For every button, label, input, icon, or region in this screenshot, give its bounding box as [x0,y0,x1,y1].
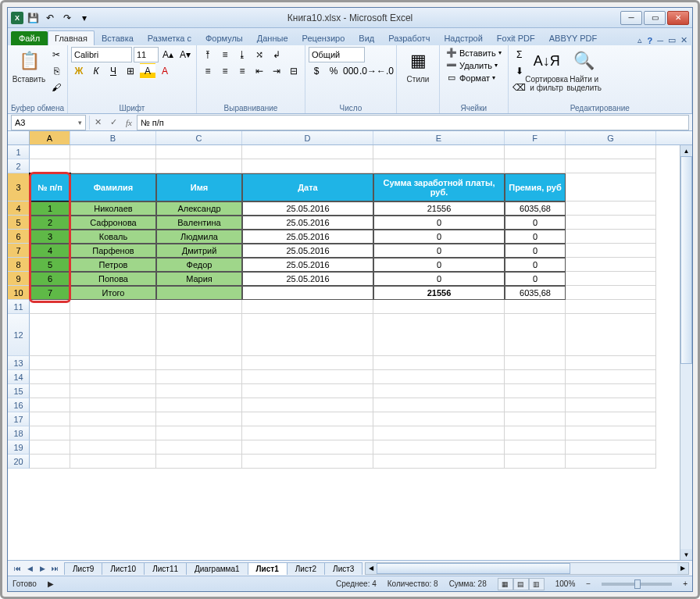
autosum-icon[interactable]: Σ [512,47,527,62]
qat-dropdown-icon[interactable]: ▾ [77,10,92,26]
table-cell[interactable]: 6 [30,272,70,286]
increase-decimal-icon[interactable]: .0→ [360,63,376,79]
doc-restore-icon[interactable]: ▭ [668,35,676,45]
merge-icon[interactable]: ⊟ [286,63,302,79]
table-cell[interactable]: Парфенов [70,244,156,258]
table-cell[interactable]: Сафронова [70,216,156,230]
enter-formula-icon[interactable]: ✓ [105,115,121,130]
sheet-tab[interactable]: Лист10 [102,562,145,575]
row-header[interactable]: 13 [8,356,30,370]
tab-file[interactable]: Файл [11,31,48,45]
delete-cells-button[interactable]: ➖Удалить▾ [443,59,501,71]
row-header[interactable]: 1 [8,145,30,159]
tab-page-layout[interactable]: Разметка с [141,30,198,45]
table-cell[interactable]: 0 [373,244,505,258]
prev-sheet-icon[interactable]: ◀ [23,562,36,575]
table-cell[interactable]: 2 [30,216,70,230]
increase-indent-icon[interactable]: ⇥ [269,63,284,79]
font-size-combo[interactable] [134,47,159,62]
table-cell[interactable]: 6035,68 [505,201,566,216]
percent-icon[interactable]: % [326,63,341,79]
table-cell[interactable]: Попова [70,272,156,286]
sheet-tab-active[interactable]: Лист1 [248,562,288,575]
paste-button[interactable]: 📋 Вставить [11,47,47,85]
align-bottom-icon[interactable]: ⭳ [234,47,250,62]
table-cell[interactable]: Коваль [70,230,156,244]
column-header-b[interactable]: B [70,131,156,144]
table-cell[interactable]: 21556 [373,201,505,216]
row-header[interactable]: 12 [8,314,30,356]
table-cell[interactable]: 4 [30,244,70,258]
font-name-combo[interactable] [71,47,132,62]
align-right-icon[interactable]: ≡ [234,63,250,79]
cell-header-no[interactable]: № п/п [30,173,70,201]
row-header[interactable]: 11 [8,300,30,314]
row-header[interactable]: 8 [8,258,30,272]
table-cell[interactable] [156,286,242,300]
first-sheet-icon[interactable]: ⏮ [11,562,23,575]
row-header[interactable]: 14 [8,370,30,384]
table-cell[interactable]: Александр [156,201,242,216]
sheet-tab[interactable]: Лист9 [64,562,102,575]
table-cell[interactable]: 25.05.2016 [242,258,373,272]
scroll-left-icon[interactable]: ◀ [366,563,377,574]
row-header[interactable]: 7 [8,244,30,258]
increase-font-icon[interactable]: A▴ [160,47,176,62]
cell-header-salary[interactable]: Сумма заработной платы, руб. [373,173,505,201]
horizontal-scrollbar[interactable]: ◀ ▶ [365,562,689,575]
sheet-tab[interactable]: Диаграмма1 [186,562,248,575]
italic-icon[interactable]: К [88,63,104,79]
scroll-down-icon[interactable]: ▼ [680,549,692,560]
align-center-icon[interactable]: ≡ [217,63,233,79]
table-cell[interactable]: 1 [30,201,70,216]
table-cell[interactable]: 0 [505,216,566,230]
table-cell[interactable]: 0 [505,272,566,286]
cut-icon[interactable]: ✂ [48,47,64,62]
cancel-formula-icon[interactable]: ✕ [90,115,105,130]
row-header[interactable]: 19 [8,440,30,455]
table-cell[interactable]: Петров [70,258,156,272]
wrap-text-icon[interactable]: ↲ [269,47,284,62]
table-cell[interactable]: 6035,68 [505,286,566,300]
doc-minimize-icon[interactable]: ─ [657,36,663,45]
table-cell[interactable]: 21556 [373,286,505,300]
row-header[interactable]: 2 [8,159,30,173]
column-header-g[interactable]: G [566,131,656,144]
cell-header-surname[interactable]: Фамилия [70,173,156,201]
table-cell[interactable]: 25.05.2016 [242,272,373,286]
row-header[interactable]: 9 [8,272,30,286]
row-header[interactable]: 20 [8,455,30,469]
help-icon[interactable]: ? [647,36,652,45]
row-header[interactable]: 6 [8,230,30,244]
format-painter-icon[interactable]: 🖌 [48,80,64,95]
align-left-icon[interactable]: ≡ [200,63,216,79]
border-icon[interactable]: ⊞ [123,63,138,79]
bold-icon[interactable]: Ж [71,63,87,79]
fx-icon[interactable]: fx [121,115,137,130]
view-normal-icon[interactable]: ▦ [498,578,513,590]
decrease-font-icon[interactable]: A▾ [177,47,193,62]
table-cell[interactable]: 25.05.2016 [242,216,373,230]
table-cell[interactable]: 0 [505,258,566,272]
view-page-layout-icon[interactable]: ▤ [513,578,529,590]
table-cell[interactable]: Николаев [70,201,156,216]
scroll-up-icon[interactable]: ▲ [680,145,692,156]
table-cell[interactable]: 25.05.2016 [242,230,373,244]
column-header-c[interactable]: C [156,131,242,144]
close-button[interactable]: ✕ [667,11,689,25]
table-cell[interactable]: Итого [70,286,156,300]
table-cell[interactable]: 25.05.2016 [242,201,373,216]
row-header[interactable]: 15 [8,384,30,398]
copy-icon[interactable]: ⎘ [48,63,64,79]
cell-header-bonus[interactable]: Премия, руб [505,173,566,201]
table-cell[interactable]: 5 [30,258,70,272]
tab-insert[interactable]: Вставка [95,30,141,45]
select-all-corner[interactable] [8,131,30,144]
name-box[interactable]: A3▾ [11,115,86,130]
column-header-f[interactable]: F [505,131,566,144]
table-cell[interactable]: 0 [373,230,505,244]
number-format-combo[interactable] [309,47,365,62]
row-header[interactable]: 17 [8,412,30,426]
maximize-button[interactable]: ▭ [644,11,666,25]
table-cell[interactable]: Дмитрий [156,244,242,258]
